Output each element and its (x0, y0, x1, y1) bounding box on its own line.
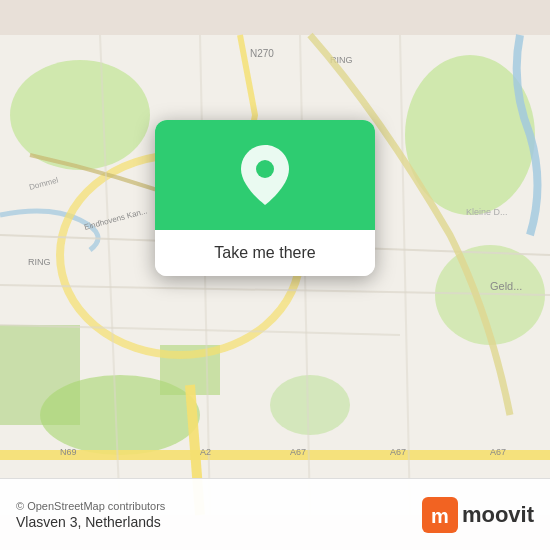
moovit-logo: m moovit (422, 497, 534, 533)
popup-card: Take me there (155, 120, 375, 276)
svg-text:RING: RING (28, 257, 51, 267)
svg-text:N270: N270 (250, 48, 274, 59)
popup-green-area (155, 120, 375, 230)
svg-text:N69: N69 (60, 447, 77, 457)
moovit-brand-text: moovit (462, 502, 534, 528)
svg-text:A67: A67 (290, 447, 306, 457)
attribution-text: © OpenStreetMap contributors (16, 500, 165, 512)
svg-text:Geld...: Geld... (490, 280, 522, 292)
location-label: Vlasven 3, Netherlands (16, 514, 165, 530)
svg-rect-8 (0, 450, 550, 460)
svg-text:A67: A67 (390, 447, 406, 457)
take-me-there-button[interactable]: Take me there (155, 230, 375, 276)
svg-point-7 (270, 375, 350, 435)
svg-text:A2: A2 (200, 447, 211, 457)
svg-text:m: m (431, 505, 449, 527)
map-container: N270 RING RING Eindhovens Kan... Dommel … (0, 0, 550, 550)
svg-text:Kleine D...: Kleine D... (466, 207, 508, 217)
svg-text:A67: A67 (490, 447, 506, 457)
bottom-left: © OpenStreetMap contributors Vlasven 3, … (16, 500, 165, 530)
bottom-bar: © OpenStreetMap contributors Vlasven 3, … (0, 478, 550, 550)
svg-point-30 (256, 160, 274, 178)
moovit-logo-icon: m (422, 497, 458, 533)
location-pin-icon (241, 145, 289, 205)
